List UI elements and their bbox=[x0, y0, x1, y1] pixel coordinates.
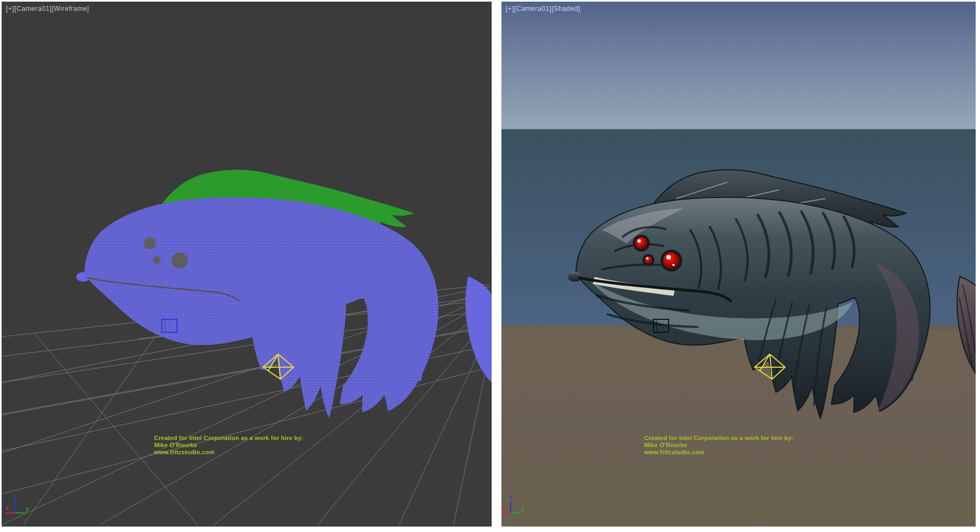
watermark-line-1: Created for Intel Corporation as a work … bbox=[644, 435, 793, 442]
viewport-label-shaded[interactable]: [+][Camera01][Shaded] bbox=[506, 5, 580, 13]
watermark-text: Created for Intel Corporation as a work … bbox=[154, 435, 303, 456]
watermark-line-2: Mike O'Rourke bbox=[154, 442, 303, 449]
axis-z-label: z bbox=[14, 493, 17, 500]
viewport-wireframe[interactable]: [+][Camera01][Wireframe] bbox=[2, 2, 492, 527]
viewport-shaded[interactable]: [+][Camera01][Shaded] x y z Created for … bbox=[501, 2, 976, 527]
fish-creature-model[interactable] bbox=[76, 170, 492, 418]
dual-viewport-canvas: [+][Camera01][Wireframe] bbox=[0, 0, 980, 532]
watermark-line-3: www.fritzstudio.com bbox=[644, 449, 793, 456]
axis-z-label: z bbox=[509, 493, 513, 500]
world-axis-tripod: x y z bbox=[5, 493, 29, 513]
watermark-line-2: Mike O'Rourke bbox=[644, 442, 793, 449]
axis-x-label: x bbox=[5, 505, 9, 512]
viewport-label-wireframe[interactable]: [+][Camera01][Wireframe] bbox=[6, 5, 89, 13]
watermark-line-1: Created for Intel Corporation as a work … bbox=[154, 435, 303, 442]
watermark-line-3: www.fritzstudio.com bbox=[154, 449, 303, 456]
axis-y-label: y bbox=[521, 505, 525, 512]
axis-x-label: x bbox=[501, 505, 505, 512]
axis-y-label: y bbox=[26, 505, 29, 512]
watermark-text: Created for Intel Corporation as a work … bbox=[644, 435, 793, 456]
